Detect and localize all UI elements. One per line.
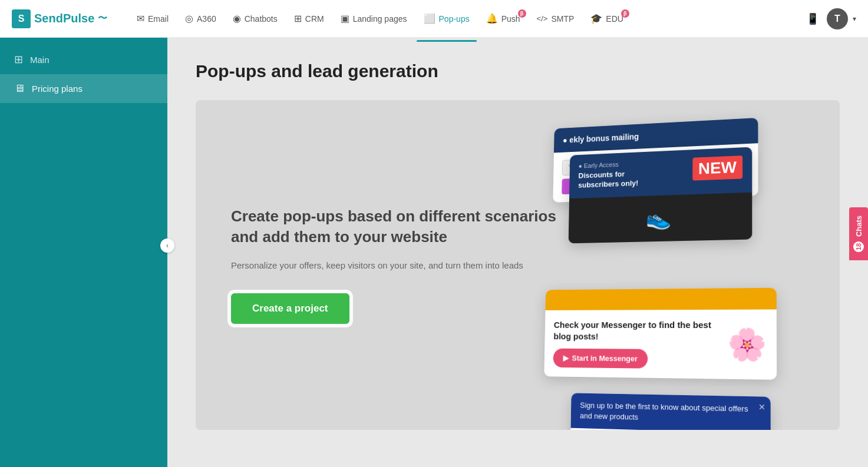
top-navigation: S SendPulse 〜 ✉ Email ◎ A360 ◉ Chatbots …: [0, 0, 868, 38]
nav-label-popups: Pop-ups: [439, 14, 470, 24]
landing-icon: ▣: [341, 13, 349, 24]
chats-label: Chats: [854, 215, 863, 236]
popups-icon: ⬜: [424, 13, 435, 24]
new-badge: NEW: [692, 155, 742, 181]
hero-section: Create pop-ups based on different scenar…: [196, 100, 840, 430]
sidebar: ⊞ Main 🖥 Pricing plans ‹: [0, 38, 167, 467]
logo-text: SendPulse: [34, 12, 94, 25]
main-content: Pop-ups and lead generation Create pop-u…: [167, 38, 868, 467]
sidebar-item-main[interactable]: ⊞ Main: [0, 45, 167, 74]
nav-item-popups[interactable]: ⬜ Pop-ups: [417, 8, 477, 29]
nav-item-a360[interactable]: ◎ A360: [178, 8, 223, 29]
nav-label-smtp: SMTP: [551, 14, 574, 24]
sidebar-label-main: Main: [30, 55, 49, 65]
nav-label-push: Push: [501, 14, 520, 24]
nav-item-push[interactable]: 🔔 Push β: [479, 8, 527, 29]
sidebar-menu: ⊞ Main 🖥 Pricing plans: [0, 38, 167, 110]
content-inner: Pop-ups and lead generation Create pop-u…: [167, 38, 868, 453]
main-layout: ⊞ Main 🖥 Pricing plans ‹ Pop-ups and lea…: [0, 38, 868, 467]
logo-icon: S: [12, 9, 31, 28]
push-icon: 🔔: [486, 13, 498, 24]
popup-card-signup: Sign up to be the first to know about sp…: [570, 393, 771, 430]
svg-text:S: S: [18, 14, 25, 24]
nav-item-landing[interactable]: ▣ Landing pages: [334, 8, 414, 29]
card-signup-close[interactable]: ✕: [758, 402, 766, 414]
nav-item-crm[interactable]: ⊞ CRM: [287, 8, 331, 29]
mobile-icon[interactable]: 📱: [803, 9, 822, 28]
nav-item-email[interactable]: ✉ Email: [130, 8, 176, 29]
hero-text: Create pop-ups based on different scenar…: [196, 171, 596, 360]
chats-count-badge: 18: [853, 241, 864, 252]
nav-items: ✉ Email ◎ A360 ◉ Chatbots ⊞ CRM ▣ Landin…: [130, 8, 803, 29]
nav-label-email: Email: [148, 14, 169, 24]
email-icon: ✉: [137, 13, 144, 24]
avatar[interactable]: T: [827, 8, 848, 29]
push-beta-badge: β: [518, 9, 526, 18]
avatar-dropdown-arrow[interactable]: ▾: [853, 15, 856, 23]
nav-item-edu[interactable]: 🎓 EDU β: [583, 8, 631, 29]
page-title: Pop-ups and lead generation: [196, 61, 840, 81]
card-new-body: ● Early Access Discounts forsubscribers …: [569, 147, 752, 199]
a360-icon: ◎: [185, 13, 193, 24]
nav-right: 📱 T ▾: [803, 8, 856, 29]
edu-icon: 🎓: [590, 13, 602, 24]
logo-wave: 〜: [98, 12, 107, 25]
nav-label-edu: EDU: [606, 14, 623, 24]
card-signup-header: Sign up to be the first to know about sp…: [571, 393, 771, 430]
sidebar-label-pricing: Pricing plans: [32, 84, 82, 94]
hero-heading: Create pop-ups based on different scenar…: [231, 206, 561, 247]
crm-icon: ⊞: [294, 13, 302, 24]
smtp-icon: </>: [537, 14, 548, 23]
logo[interactable]: S SendPulse 〜: [12, 9, 130, 28]
create-project-button[interactable]: Create a project: [231, 293, 349, 324]
edu-beta-badge: β: [621, 9, 629, 18]
card-bonus-title: ● ekly bonus mailing: [563, 132, 639, 145]
nav-label-landing: Landing pages: [353, 14, 407, 24]
hero-subtext: Personalize your offers, keep visitors o…: [231, 259, 561, 273]
nav-item-smtp[interactable]: </> SMTP: [530, 9, 582, 28]
nav-label-a360: A360: [197, 14, 216, 24]
pricing-icon: 🖥: [14, 82, 25, 95]
nav-label-chatbots: Chatbots: [245, 14, 278, 24]
flower-decoration: 🌸: [727, 326, 767, 363]
sidebar-collapse-button[interactable]: ‹: [160, 239, 174, 253]
chats-panel: 18 Chats: [849, 207, 868, 260]
main-icon: ⊞: [14, 53, 23, 66]
sidebar-item-pricing[interactable]: 🖥 Pricing plans: [0, 74, 167, 103]
nav-label-crm: CRM: [305, 14, 324, 24]
nav-item-chatbots[interactable]: ◉ Chatbots: [226, 8, 285, 29]
signup-header-text: Sign up to be the first to know about sp…: [580, 401, 748, 422]
chatbots-icon: ◉: [233, 13, 241, 24]
chats-button[interactable]: 18 Chats: [849, 207, 868, 260]
